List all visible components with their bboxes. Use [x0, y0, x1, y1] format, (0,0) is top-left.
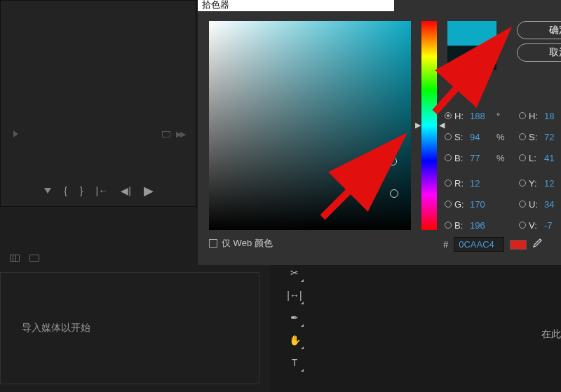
h-radio[interactable] [445, 112, 452, 119]
s2-value[interactable]: 72 [544, 132, 561, 142]
cancel-button[interactable]: 取消 [517, 43, 561, 62]
timeline-controls-row: ▶▶ [1, 127, 197, 141]
web-only-label: 仅 Web 颜色 [222, 237, 273, 250]
crop-tool-icon[interactable]: ✂ [287, 265, 302, 281]
h2-label: H: [529, 111, 541, 121]
monitor-panel: ▶▶ { } |← ◀| ▶ [0, 0, 196, 207]
eyedropper-icon[interactable] [532, 238, 542, 250]
bracket-open-icon[interactable]: { [64, 185, 67, 196]
fast-forward-icon[interactable]: ▶▶ [176, 130, 184, 139]
b-unit: % [496, 153, 505, 163]
v-value[interactable]: -7 [544, 220, 561, 231]
s-value[interactable]: 94 [470, 132, 494, 142]
web-only-row: 仅 Web 颜色 [209, 237, 273, 250]
import-media-dropzone[interactable]: 导入媒体以开始 [0, 272, 259, 384]
g-label: G: [454, 199, 467, 210]
h-value[interactable]: 188 [470, 111, 494, 121]
l-label: L: [529, 153, 541, 163]
folder-icon[interactable] [29, 255, 39, 262]
s-unit: % [496, 132, 505, 142]
hex-prefix: # [443, 239, 448, 250]
r-value[interactable]: 12 [470, 178, 494, 189]
v-label: V: [529, 220, 541, 231]
y-label: Y: [529, 178, 541, 189]
s-radio[interactable] [445, 133, 452, 140]
s-label: S: [454, 132, 467, 142]
confirm-button[interactable]: 确定 [517, 21, 561, 39]
dialog-title: 拾色器 [198, 0, 394, 11]
web-only-checkbox[interactable] [209, 239, 217, 248]
warning-swatch[interactable] [510, 240, 527, 250]
r-label: R: [454, 178, 467, 189]
saturation-value-field[interactable] [209, 21, 411, 230]
l-radio[interactable] [519, 154, 526, 161]
b-radio[interactable] [445, 154, 452, 161]
type-tool-icon[interactable]: T [287, 355, 302, 370]
h-label: H: [454, 111, 467, 121]
y-value[interactable]: 12 [544, 178, 561, 189]
slip-tool-icon[interactable]: |↔| [287, 288, 302, 303]
b-value[interactable]: 77 [470, 153, 494, 163]
tool-column: ✂ |↔| ✒ ✋ T [286, 265, 303, 370]
h-unit: ° [496, 111, 500, 121]
bl-radio[interactable] [445, 222, 452, 229]
h2-value[interactable]: 18 [544, 111, 561, 121]
color-preview-old[interactable] [447, 46, 496, 70]
mark-in-icon[interactable] [44, 188, 51, 194]
hand-tool-icon[interactable]: ✋ [287, 332, 302, 348]
g-value[interactable]: 170 [470, 199, 494, 210]
u-label: U: [529, 199, 541, 210]
right-hint-text: 在此 [541, 328, 561, 341]
bl-value[interactable]: 196 [470, 220, 494, 231]
hex-row: # [443, 237, 542, 252]
list-view-icon[interactable] [10, 255, 20, 262]
sv-indicator-prev [388, 157, 397, 165]
bracket-close-icon[interactable]: } [80, 185, 83, 196]
color-preview [447, 21, 496, 70]
hue-pointer-left-icon: ▶ [415, 121, 421, 130]
bl-label: B: [454, 220, 467, 231]
hue-pointer-right-icon: ◀ [439, 121, 445, 130]
y-radio[interactable] [519, 180, 526, 187]
color-values-right: H: 18 S: 72 L: 41 Y: 12 U: 34 V: -7 [519, 105, 561, 236]
sv-indicator-current [390, 189, 398, 198]
l-value[interactable]: 41 [544, 153, 561, 163]
hex-input[interactable] [454, 237, 504, 252]
step-back-icon[interactable]: |← [96, 185, 109, 196]
g-radio[interactable] [445, 201, 452, 208]
play-icon[interactable]: ▶ [144, 183, 154, 198]
hue-slider[interactable] [421, 21, 437, 230]
r-radio[interactable] [445, 180, 452, 187]
play-tiny-icon[interactable] [13, 130, 18, 137]
playback-controls: { } |← ◀| ▶ [1, 182, 197, 200]
v-radio[interactable] [519, 222, 526, 229]
rect-icon[interactable] [162, 131, 170, 137]
h2-radio[interactable] [519, 112, 526, 119]
color-picker-dialog: 拾色器 ▶ ◀ 确定 取消 H: 188 ° S: 94 % B: 77 [198, 0, 561, 265]
b-label: B: [454, 153, 467, 163]
u-radio[interactable] [519, 201, 526, 208]
s2-radio[interactable] [519, 133, 526, 140]
import-hint-text: 导入媒体以开始 [22, 322, 90, 334]
pen-tool-icon[interactable]: ✒ [287, 310, 302, 325]
frame-back-icon[interactable]: ◀| [121, 185, 131, 196]
u-value[interactable]: 34 [544, 199, 561, 210]
s2-label: S: [529, 132, 541, 142]
color-preview-new [447, 21, 496, 46]
